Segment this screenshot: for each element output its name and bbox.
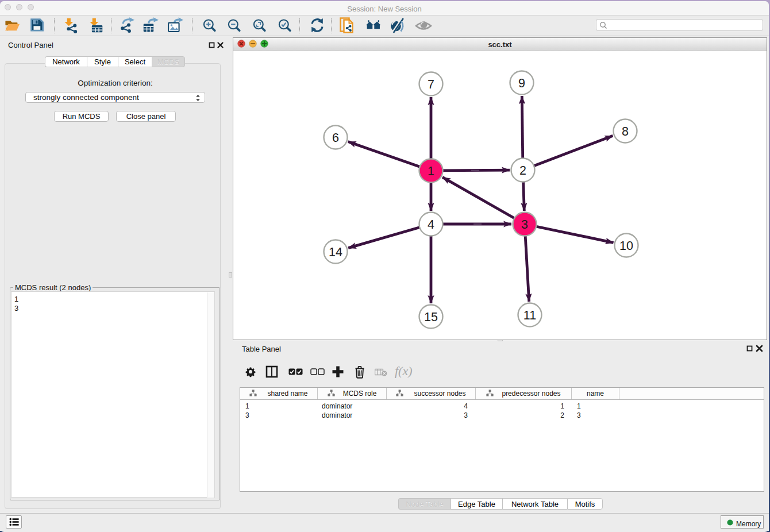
svg-text:3: 3: [521, 218, 528, 232]
svg-text:1: 1: [428, 164, 434, 178]
svg-text:15: 15: [424, 310, 438, 324]
svg-text:6: 6: [332, 131, 339, 145]
svg-text:8: 8: [622, 125, 629, 138]
svg-text:4: 4: [428, 218, 434, 232]
svg-text:9: 9: [518, 76, 525, 90]
svg-text:2: 2: [519, 164, 526, 178]
svg-text:14: 14: [329, 245, 342, 259]
svg-text:11: 11: [523, 309, 536, 322]
svg-text:10: 10: [619, 239, 633, 253]
svg-text:7: 7: [428, 78, 434, 91]
